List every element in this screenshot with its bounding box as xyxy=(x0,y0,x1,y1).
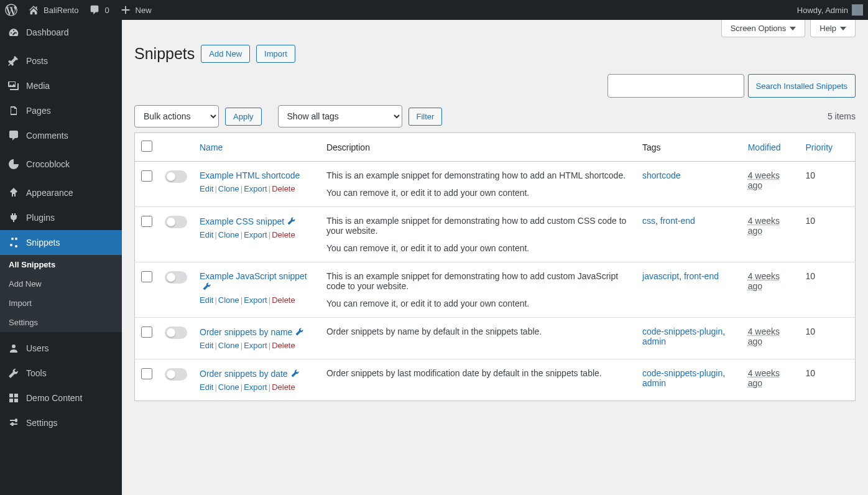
row-checkbox[interactable] xyxy=(141,271,152,282)
filter-button[interactable]: Filter xyxy=(409,108,443,126)
tag-link[interactable]: javascript xyxy=(642,271,679,281)
tag-link[interactable]: code-snippets-plugin xyxy=(642,326,723,336)
search-button[interactable]: Search Installed Snippets xyxy=(748,74,856,98)
column-priority[interactable]: Priority xyxy=(800,133,856,162)
priority-value: 10 xyxy=(800,318,856,359)
tag-link[interactable]: admin xyxy=(642,336,666,346)
snippets-table: Name Description Tags Modified Priority … xyxy=(134,132,856,401)
import-button[interactable]: Import xyxy=(256,45,295,63)
comments-indicator[interactable]: 0 xyxy=(88,4,109,16)
tag-link[interactable]: shortcode xyxy=(642,170,680,180)
description-text: This is an example snippet for demonstra… xyxy=(326,271,630,291)
edit-link[interactable]: Edit xyxy=(200,382,213,392)
clone-link[interactable]: Clone xyxy=(218,295,239,305)
export-link[interactable]: Export xyxy=(244,295,267,305)
tag-link[interactable]: css xyxy=(642,216,655,226)
activate-toggle[interactable] xyxy=(165,326,187,339)
wp-logo[interactable] xyxy=(5,4,17,16)
bulk-actions-select[interactable]: Bulk actions xyxy=(134,105,219,127)
sidebar-item-pages[interactable]: Pages xyxy=(0,98,122,123)
clone-link[interactable]: Clone xyxy=(218,382,239,392)
export-link[interactable]: Export xyxy=(244,341,267,350)
tag-link[interactable]: admin xyxy=(642,378,666,388)
sidebar-item-tools[interactable]: Tools xyxy=(0,361,122,386)
modified-date: 4 weeks ago xyxy=(748,326,780,346)
edit-link[interactable]: Edit xyxy=(200,184,213,193)
greeting-text: Howdy, Admin xyxy=(797,6,848,15)
search-input[interactable] xyxy=(607,74,744,98)
snippet-title-link[interactable]: Example HTML shortcode xyxy=(200,170,300,180)
snippet-title-link[interactable]: Example CSS snippet xyxy=(200,216,284,226)
new-content[interactable]: New xyxy=(119,4,152,16)
export-link[interactable]: Export xyxy=(244,184,267,193)
tag-link[interactable]: front-end xyxy=(660,216,695,226)
edit-link[interactable]: Edit xyxy=(200,341,213,350)
sidebar-item-users[interactable]: Users xyxy=(0,336,122,361)
sidebar-item-snippets[interactable]: Snippets xyxy=(0,230,122,255)
submenu-item-import[interactable]: Import xyxy=(0,294,122,313)
sidebar-item-plugins[interactable]: Plugins xyxy=(0,205,122,230)
table-row: Example HTML shortcodeEdit|Clone|Export|… xyxy=(135,162,856,207)
site-name[interactable]: BaliRento xyxy=(27,4,78,16)
sidebar-item-appearance[interactable]: Appearance xyxy=(0,180,122,205)
sidebar-item-comments[interactable]: Comments xyxy=(0,123,122,148)
sidebar-item-posts[interactable]: Posts xyxy=(0,49,122,73)
submenu-item-all-snippets[interactable]: All Snippets xyxy=(0,255,122,274)
delete-link[interactable]: Delete xyxy=(272,341,295,350)
delete-link[interactable]: Delete xyxy=(272,295,295,305)
tags-filter-select[interactable]: Show all tags xyxy=(278,105,402,127)
sidebar-item-dashboard[interactable]: Dashboard xyxy=(0,20,122,45)
snippet-title-link[interactable]: Order snippets by name xyxy=(200,327,292,337)
sidebar-item-crocoblock[interactable]: Crocoblock xyxy=(0,152,122,177)
activate-toggle[interactable] xyxy=(165,170,187,183)
snippet-title-link[interactable]: Example JavaScript snippet xyxy=(200,271,307,281)
select-all-checkbox[interactable] xyxy=(141,141,152,152)
row-checkbox[interactable] xyxy=(141,326,152,338)
edit-link[interactable]: Edit xyxy=(200,230,213,239)
clone-link[interactable]: Clone xyxy=(218,230,239,239)
row-checkbox[interactable] xyxy=(141,368,152,379)
sidebar-item-demo-content[interactable]: Demo Content xyxy=(0,386,122,410)
description-text: You can remove it, or edit it to add you… xyxy=(326,298,630,308)
snippet-title-link[interactable]: Order snippets by date xyxy=(200,369,288,379)
delete-link[interactable]: Delete xyxy=(272,230,295,239)
priority-value: 10 xyxy=(800,262,856,318)
delete-link[interactable]: Delete xyxy=(272,382,295,392)
add-new-button[interactable]: Add New xyxy=(201,45,250,63)
sidebar-item-media[interactable]: Media xyxy=(0,73,122,98)
description-text: You can remove it, or edit it to add you… xyxy=(326,243,630,253)
tag-link[interactable]: front-end xyxy=(684,271,719,281)
account-greeting[interactable]: Howdy, Admin xyxy=(797,4,863,16)
comments-icon xyxy=(7,129,20,142)
wrench-icon xyxy=(202,281,212,291)
row-checkbox[interactable] xyxy=(141,216,152,227)
row-checkbox[interactable] xyxy=(141,170,152,182)
snippets-icon xyxy=(7,236,20,249)
column-tags: Tags xyxy=(636,133,742,162)
new-label: New xyxy=(136,6,152,15)
column-name[interactable]: Name xyxy=(193,133,320,162)
screen-options-tab[interactable]: Screen Options xyxy=(721,20,806,37)
chevron-down-icon xyxy=(840,27,846,30)
submenu-item-add-new[interactable]: Add New xyxy=(0,274,122,294)
export-link[interactable]: Export xyxy=(244,230,267,239)
delete-link[interactable]: Delete xyxy=(272,184,295,193)
row-actions: Edit|Clone|Export|Delete xyxy=(200,184,314,193)
activate-toggle[interactable] xyxy=(165,216,187,228)
comment-count: 0 xyxy=(104,6,109,15)
clone-link[interactable]: Clone xyxy=(218,341,239,350)
table-row: Order snippets by dateEdit|Clone|Export|… xyxy=(135,359,856,401)
sidebar-item-settings[interactable]: Settings xyxy=(0,410,122,414)
tag-link[interactable]: code-snippets-plugin xyxy=(642,368,723,378)
column-modified[interactable]: Modified xyxy=(742,133,800,162)
apply-button[interactable]: Apply xyxy=(225,108,262,126)
table-row: Example JavaScript snippetEdit|Clone|Exp… xyxy=(135,262,856,318)
help-tab[interactable]: Help xyxy=(810,20,856,37)
column-description: Description xyxy=(320,133,636,162)
activate-toggle[interactable] xyxy=(165,271,187,284)
edit-link[interactable]: Edit xyxy=(200,295,213,305)
activate-toggle[interactable] xyxy=(165,368,187,381)
export-link[interactable]: Export xyxy=(244,382,267,392)
clone-link[interactable]: Clone xyxy=(218,184,239,193)
submenu-item-settings[interactable]: Settings xyxy=(0,313,122,332)
